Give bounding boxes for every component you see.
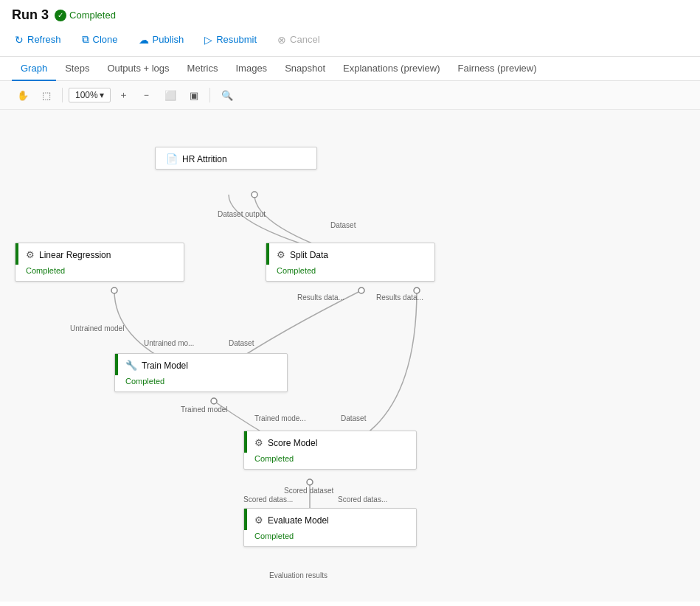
node-evaluate-model-status: Completed [244, 530, 416, 546]
svg-point-6 [414, 288, 420, 293]
select-tool-button[interactable]: ⬚ [37, 87, 56, 104]
actual-size-button[interactable]: ▣ [184, 87, 204, 104]
label-dataset-output: Dataset output [218, 210, 266, 218]
publish-icon: ☁ [139, 34, 149, 46]
graph-toolbar: ✋ ⬚ 100% ▾ ＋ － ⬜ ▣ 🔍 [0, 81, 700, 110]
header: Run 3 Completed ↻ Refresh ⧉ Clone ☁ Publ… [0, 0, 700, 57]
node-score-model-title: Score Model [268, 438, 317, 448]
label-evaluation-results: Evaluation results [269, 571, 328, 579]
label-results-data1: Results data... [297, 293, 344, 302]
node-hr-attrition[interactable]: 📄 HR Attrition [155, 147, 317, 170]
node-train-model-title: Train Model [142, 361, 188, 371]
node-hr-attrition-title: HR Attrition [182, 154, 227, 164]
node-hr-attrition-header: 📄 HR Attrition [156, 147, 316, 169]
node-linear-regression[interactable]: ⚙ Linear Regression Completed [15, 243, 184, 282]
label-dataset2: Dataset [229, 339, 254, 347]
tab-bar: Graph Steps Outputs + logs Metrics Image… [0, 57, 700, 81]
label-scored-datas2: Scored datas... [338, 495, 387, 504]
node-train-model-header: 🔧 Train Model [115, 354, 287, 375]
split-icon: ⚙ [277, 249, 285, 260]
cancel-button[interactable]: ⊗ Cancel [274, 32, 322, 47]
label-untrained-model: Untrained model [70, 324, 124, 332]
toolbar-separator-1 [62, 88, 63, 102]
node-linear-regression-header: ⚙ Linear Regression [15, 243, 184, 265]
toolbar-separator-2 [209, 88, 210, 102]
node-train-model[interactable]: 🔧 Train Model Completed [114, 353, 288, 392]
score-icon: ⚙ [254, 437, 263, 448]
svg-point-10 [307, 479, 313, 485]
tab-snapshot[interactable]: Snapshot [276, 57, 334, 81]
node-linear-regression-title: Linear Regression [39, 250, 111, 260]
label-scored-datas1: Scored datas... [243, 495, 293, 504]
tab-fairness[interactable]: Fairness (preview) [449, 57, 546, 81]
cancel-icon: ⊗ [277, 34, 286, 46]
tab-metrics[interactable]: Metrics [179, 57, 227, 81]
node-score-model-status: Completed [244, 453, 416, 469]
completed-icon [55, 10, 66, 21]
refresh-icon: ↻ [15, 34, 24, 46]
node-split-data[interactable]: ⚙ Split Data Completed [266, 243, 435, 282]
fit-view-button[interactable]: ⬜ [159, 87, 181, 104]
node-train-model-status: Completed [115, 375, 287, 391]
tab-steps[interactable]: Steps [56, 57, 98, 81]
zoom-display[interactable]: 100% ▾ [69, 88, 111, 102]
refresh-button[interactable]: ↻ Refresh [12, 32, 64, 47]
svg-point-4 [358, 288, 364, 293]
tab-explanations[interactable]: Explanations (preview) [334, 57, 449, 81]
svg-point-0 [252, 192, 257, 198]
node-split-data-status: Completed [266, 265, 434, 281]
tab-outputs-logs[interactable]: Outputs + logs [98, 57, 178, 81]
node-score-model[interactable]: ⚙ Score Model Completed [243, 431, 417, 470]
zoom-chevron: ▾ [100, 90, 104, 100]
label-trained-model: Trained model [181, 405, 228, 414]
evaluate-icon: ⚙ [254, 515, 263, 526]
train-icon: 🔧 [125, 360, 137, 371]
zoom-out-button[interactable]: － [136, 86, 156, 105]
node-split-data-header: ⚙ Split Data [266, 243, 434, 265]
status-badge: Completed [55, 10, 116, 21]
clone-button[interactable]: ⧉ Clone [79, 32, 121, 47]
zoom-value: 100% [75, 90, 98, 100]
node-evaluate-model[interactable]: ⚙ Evaluate Model Completed [243, 508, 417, 547]
status-text: Completed [69, 10, 116, 21]
label-untrained-mo: Untrained mo... [144, 339, 194, 347]
tab-images[interactable]: Images [226, 57, 276, 81]
run-title: Run 3 Completed [12, 7, 688, 23]
search-button[interactable]: 🔍 [216, 87, 238, 104]
tab-graph[interactable]: Graph [12, 57, 56, 81]
pipeline-canvas: Dataset output Dataset Untrained model U… [0, 110, 700, 602]
resubmit-button[interactable]: ▷ Resubmit [201, 32, 260, 47]
svg-point-8 [211, 398, 217, 404]
label-trained-mode: Trained mode... [254, 414, 306, 422]
run-title-text: Run 3 [12, 7, 49, 23]
svg-point-2 [111, 288, 117, 293]
node-split-data-title: Split Data [290, 250, 328, 260]
publish-button[interactable]: ☁ Publish [136, 32, 187, 47]
node-linear-regression-status: Completed [15, 265, 184, 281]
zoom-in-button[interactable]: ＋ [114, 86, 134, 105]
clone-icon: ⧉ [82, 33, 89, 46]
label-dataset3: Dataset [341, 414, 367, 422]
node-score-model-header: ⚙ Score Model [244, 431, 416, 453]
algorithm-icon: ⚙ [26, 249, 35, 260]
toolbar: ↻ Refresh ⧉ Clone ☁ Publish ▷ Resubmit ⊗… [12, 29, 688, 53]
pan-tool-button[interactable]: ✋ [12, 87, 34, 104]
node-evaluate-model-title: Evaluate Model [268, 515, 329, 526]
label-results-data2: Results data... [376, 293, 423, 302]
resubmit-icon: ▷ [204, 34, 212, 46]
dataset-icon: 📄 [166, 153, 178, 164]
label-dataset: Dataset [330, 221, 356, 229]
node-evaluate-model-header: ⚙ Evaluate Model [244, 509, 416, 530]
label-scored-dataset: Scored dataset [284, 487, 333, 495]
